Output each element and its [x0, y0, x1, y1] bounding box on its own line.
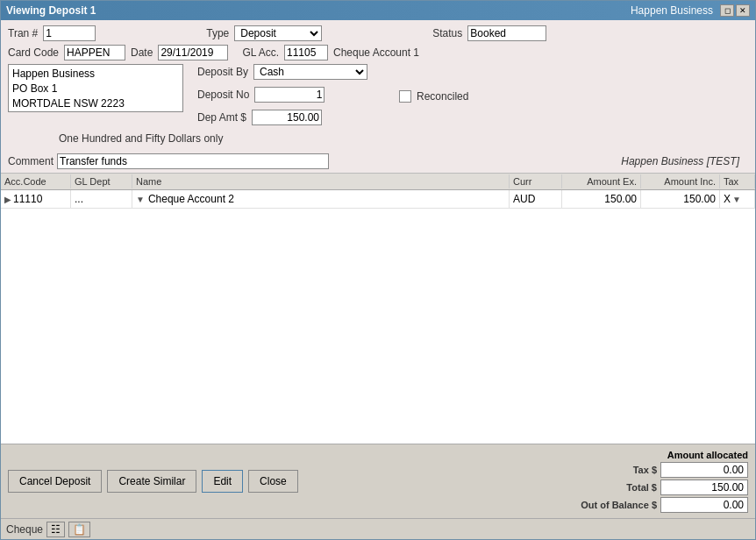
summary-panel: Amount allocated Tax $ 0.00 Total $ 150.… [581, 450, 748, 513]
title-bar: Viewing Deposit 1 Happen Business ◻ ✕ [1, 1, 755, 20]
total-label: Total $ [581, 482, 657, 493]
row-arrow-icon: ▶ [4, 195, 11, 204]
status-bar: Cheque ☷ 📋 [1, 518, 755, 539]
status-input [467, 25, 546, 41]
comment-section: Comment Happen Business [TEST] [1, 150, 755, 173]
deposit-by-label: Deposit By [197, 66, 248, 78]
copy-button[interactable]: 📋 [68, 522, 90, 537]
deposit-fields: Deposit By Cash Deposit No Dep Amt $ [197, 64, 367, 129]
col-amount-ex: Amount Ex. [562, 174, 641, 188]
col-tax: Tax [720, 174, 755, 188]
address-box: Happen Business PO Box 1 MORTDALE NSW 22… [8, 64, 183, 112]
copy-icon: 📋 [73, 523, 86, 536]
dep-amt-row: Dep Amt $ [197, 110, 367, 125]
date-label: Date [131, 46, 153, 59]
cell-curr: AUD [510, 190, 562, 208]
cardcode-row: Card Code Date GL Acc. Cheque Account 1 [8, 45, 748, 60]
reconciled-row: Reconciled [399, 90, 468, 103]
deposit-no-label: Deposit No [197, 89, 249, 101]
comment-label: Comment [8, 155, 53, 167]
edit-button[interactable]: Edit [202, 470, 243, 493]
total-value: 150.00 [660, 480, 748, 495]
create-similar-button[interactable]: Create Similar [107, 470, 196, 493]
amount-allocated-label: Amount allocated [660, 450, 748, 460]
main-window: Viewing Deposit 1 Happen Business ◻ ✕ Tr… [0, 0, 756, 540]
cell-acc-code: ▶ 11110 [1, 190, 71, 208]
dep-amt-input[interactable] [252, 110, 322, 125]
cheque-status-label: Cheque [6, 523, 43, 536]
cell-amount-inc: 150.00 [641, 190, 720, 208]
dropdown-arrow-icon: ▼ [136, 195, 145, 204]
tax-value: 0.00 [660, 462, 748, 478]
address-line-3: MORTDALE NSW 2223 [12, 96, 179, 111]
comment-input[interactable] [57, 153, 329, 169]
tax-dropdown-icon[interactable]: ▼ [732, 195, 741, 204]
deposit-no-input[interactable] [254, 87, 325, 103]
col-acc-code: Acc.Code [1, 174, 71, 188]
cardcode-label: Card Code [8, 46, 59, 59]
reconciled-checkbox[interactable] [399, 90, 411, 103]
amount-words: One Hundred and Fifty Dollars only [59, 132, 748, 145]
company-test: Happen Business [TEST] [621, 155, 748, 167]
status-label: Status [432, 27, 462, 39]
type-label: Type [206, 27, 229, 39]
deposit-by-row: Deposit By Cash [197, 64, 367, 80]
window-controls: ◻ ✕ [720, 4, 750, 17]
col-curr: Curr [510, 174, 562, 188]
oob-value: 0.00 [660, 497, 748, 513]
col-name: Name [132, 174, 510, 188]
form-section: Tran # Type Deposit Status Card Code Dat… [1, 20, 755, 150]
title-bar-right: Happen Business ◻ ✕ [631, 4, 750, 17]
tran-label: Tran # [8, 27, 38, 39]
restore-button[interactable]: ◻ [720, 4, 734, 17]
date-input[interactable] [158, 45, 228, 60]
glacc-label: GL Acc. [242, 46, 279, 59]
grid-icon: ☷ [51, 523, 61, 536]
dep-amt-label: Dep Amt $ [197, 111, 246, 124]
grid-header: Acc.Code GL Dept Name Curr Amount Ex. Am… [1, 174, 755, 190]
address-line-2: PO Box 1 [12, 82, 179, 96]
tran-row: Tran # Type Deposit Status [8, 25, 748, 41]
reconciled-label: Reconciled [417, 90, 468, 103]
address-line-1: Happen Business [12, 67, 179, 82]
close-button[interactable]: ✕ [736, 4, 750, 17]
window-title: Viewing Deposit 1 [6, 4, 96, 17]
cell-amount-ex: 150.00 [562, 190, 641, 208]
cell-tax: X ▼ [720, 190, 755, 208]
cancel-deposit-button[interactable]: Cancel Deposit [8, 470, 102, 493]
close-button-main[interactable]: Close [248, 470, 298, 493]
cell-name: ▼ Cheque Account 2 [132, 190, 510, 208]
cheque-label: Cheque Account 1 [333, 46, 419, 59]
grid-section: Acc.Code GL Dept Name Curr Amount Ex. Am… [1, 174, 755, 444]
main-content: Tran # Type Deposit Status Card Code Dat… [1, 20, 755, 539]
tax-label: Tax $ [581, 465, 657, 475]
address-deposit-row: Happen Business PO Box 1 MORTDALE NSW 22… [8, 64, 748, 129]
company-name: Happen Business [631, 4, 713, 17]
type-select[interactable]: Deposit [234, 25, 322, 41]
cardcode-input[interactable] [64, 45, 125, 60]
glacc-input[interactable] [284, 45, 328, 60]
deposit-no-row: Deposit No [197, 87, 367, 103]
table-row[interactable]: ▶ 11110 ... ▼ Cheque Account 2 AUD 150.0 [1, 190, 755, 209]
oob-label: Out of Balance $ [581, 500, 657, 510]
tran-input[interactable] [43, 25, 96, 41]
bottom-toolbar: Cancel Deposit Create Similar Edit Close… [1, 444, 755, 518]
cell-gl-dept: ... [71, 190, 132, 208]
grid-body: ▶ 11110 ... ▼ Cheque Account 2 AUD 150.0 [1, 190, 755, 444]
col-amount-inc: Amount Inc. [641, 174, 720, 188]
col-gl-dept: GL Dept [71, 174, 132, 188]
deposit-by-select[interactable]: Cash [253, 64, 367, 80]
grid-view-button[interactable]: ☷ [46, 522, 65, 537]
